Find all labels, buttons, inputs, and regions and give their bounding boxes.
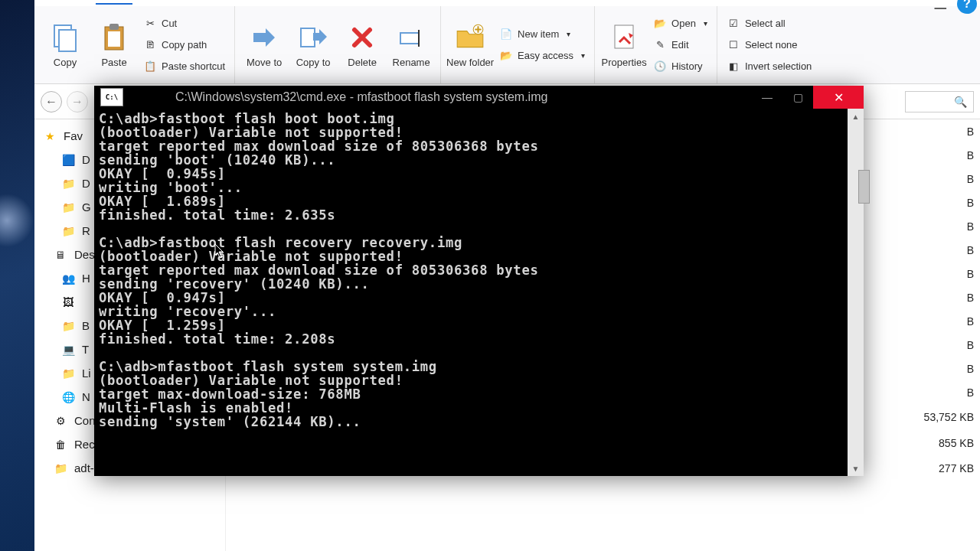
pasteshortcut-icon: 📋 [143, 60, 157, 73]
new-folder-button[interactable]: New folder [446, 10, 495, 80]
moveto-icon [248, 21, 280, 54]
cmd-window: C:\ C:\Windows\system32\cmd.exe - mfastb… [94, 86, 864, 476]
copy-label: Copy [54, 57, 77, 68]
svg-rect-3 [108, 31, 120, 47]
paste-shortcut-button[interactable]: 📋Paste shortcut [139, 56, 230, 77]
chevron-down-icon: ▾ [704, 19, 707, 28]
desktop-background [0, 0, 34, 551]
easy-access-button[interactable]: 📂Easy access▾ [495, 45, 590, 67]
folder-icon: 📁 [53, 461, 68, 476]
folder-icon: 📁 [60, 176, 76, 191]
folder-icon: 🟦 [60, 152, 76, 168]
copyto-icon [297, 21, 329, 54]
selectnone-icon: ☐ [727, 38, 740, 52]
newitem-icon: 📄 [499, 28, 513, 41]
svg-rect-4 [109, 24, 119, 30]
copy-path-button[interactable]: 🖹Copy path [139, 34, 230, 56]
tab-home[interactable]: Home [96, 0, 132, 2]
properties-icon [608, 21, 640, 54]
select-all-button[interactable]: ☑Select all [722, 13, 816, 34]
easyaccess-icon: 📂 [499, 49, 513, 63]
cmd-title: C:\Windows\system32\cmd.exe - mfastboot … [129, 90, 752, 104]
tab-view[interactable]: View [191, 0, 221, 2]
history-button[interactable]: 🕓History [648, 56, 712, 77]
cmd-titlebar[interactable]: C:\ C:\Windows\system32\cmd.exe - mfastb… [94, 86, 864, 109]
star-icon: ★ [42, 129, 57, 144]
cut-icon: ✂ [143, 17, 157, 31]
folder-icon: 👥 [60, 271, 76, 286]
forward-button[interactable]: → [67, 91, 88, 112]
chevron-down-icon: ▾ [581, 51, 585, 60]
folder-icon: 🖥 [53, 247, 68, 262]
newfolder-icon [454, 21, 486, 54]
copy-icon [49, 21, 81, 54]
paste-button[interactable]: Paste [90, 10, 139, 80]
svg-rect-5 [301, 28, 315, 47]
scroll-up-icon[interactable]: ▲ [848, 109, 864, 124]
minimize-icon[interactable]: – [934, 0, 946, 19]
open-icon: 📂 [653, 17, 667, 31]
rename-button[interactable]: Rename [387, 10, 436, 80]
folder-icon: 🌐 [60, 390, 76, 405]
scroll-thumb[interactable] [858, 170, 870, 204]
cmd-icon: C:\ [100, 88, 123, 106]
move-to-button[interactable]: Move to [240, 10, 289, 80]
minimize-button[interactable]: — [752, 86, 782, 109]
close-button[interactable]: ✕ [813, 86, 864, 109]
tab-share[interactable]: Share [143, 0, 180, 2]
delete-icon [346, 21, 378, 54]
copypath-icon: 🖹 [143, 38, 157, 52]
copy-button[interactable]: Copy [41, 10, 90, 80]
ribbon: Copy Paste ✂Cut 🖹Copy path 📋Paste shortc… [34, 6, 980, 84]
chevron-down-icon: ▾ [567, 30, 570, 38]
new-item-button[interactable]: 📄New item▾ [495, 24, 590, 45]
folder-icon: 📁 [60, 366, 76, 381]
paste-label: Paste [101, 57, 126, 68]
select-none-button[interactable]: ☐Select none [722, 34, 816, 56]
search-icon: 🔍 [954, 96, 967, 108]
folder-icon: 📁 [60, 200, 76, 215]
folder-icon: 🖼 [60, 295, 76, 310]
selectall-icon: ☑ [727, 17, 740, 31]
folder-icon: 📁 [60, 318, 76, 334]
cmd-output: C:\adb>fastboot flash boot boot.img (boo… [94, 109, 848, 476]
properties-button[interactable]: Properties [599, 10, 648, 80]
back-button[interactable]: ← [41, 91, 62, 112]
folder-icon: 💻 [60, 342, 76, 357]
svg-rect-6 [400, 33, 419, 44]
folder-icon: 🗑 [53, 437, 68, 452]
invert-selection-button[interactable]: ◧Invert selection [722, 56, 816, 77]
open-button[interactable]: 📂Open▾ [648, 13, 712, 34]
folder-icon: ⚙ [53, 413, 68, 429]
folder-icon: 📁 [60, 223, 76, 239]
scroll-down-icon[interactable]: ▼ [848, 461, 864, 476]
search-input[interactable]: 🔍 [905, 91, 974, 112]
edit-icon: ✎ [653, 38, 667, 52]
scrollbar[interactable]: ▲ ▼ [848, 109, 864, 476]
paste-icon [98, 21, 130, 54]
svg-rect-1 [59, 30, 76, 51]
rename-icon [395, 21, 427, 54]
cut-button[interactable]: ✂Cut [139, 13, 230, 34]
delete-button[interactable]: Delete [338, 10, 387, 80]
invert-icon: ◧ [727, 60, 740, 73]
ribbon-tabstrip: File Home Share View [34, 0, 980, 6]
maximize-button[interactable]: ▢ [782, 86, 813, 109]
history-icon: 🕓 [653, 60, 667, 73]
copy-to-button[interactable]: Copy to [289, 10, 338, 80]
edit-button[interactable]: ✎Edit [648, 34, 712, 56]
